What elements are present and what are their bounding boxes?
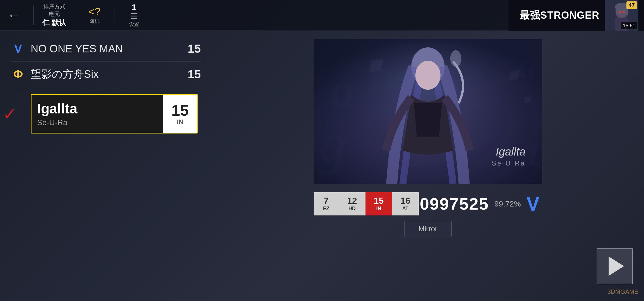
- song-type-icon: V: [11, 42, 25, 56]
- back-button[interactable]: ←: [0, 9, 28, 22]
- settings-icon: ☰: [130, 12, 137, 21]
- settings-label: 设置: [129, 21, 139, 28]
- diff-tab-in[interactable]: 15 IN: [365, 192, 392, 215]
- song-item[interactable]: Φ 望影の方舟Six 15: [0, 62, 212, 87]
- random-button[interactable]: <? 随机: [88, 6, 100, 25]
- selected-level-num: 15: [171, 103, 189, 118]
- sort-value: 仁 默认: [42, 18, 66, 28]
- score-number: 0997525: [420, 194, 489, 213]
- diff-name: IN: [376, 206, 381, 212]
- svg-rect-5: [616, 7, 618, 15]
- diff-tab-at[interactable]: 16 AT: [392, 192, 419, 215]
- phi-icon: Φ: [13, 68, 23, 81]
- diff-num: 7: [324, 196, 329, 205]
- score-section: 0997525 99.72% V: [419, 193, 542, 215]
- sort-sublabel: 电元: [49, 10, 60, 18]
- svg-point-8: [623, 11, 625, 13]
- random-icon: <?: [88, 6, 100, 18]
- selected-song-box[interactable]: Igallta Se-U-Ra 15 IN: [31, 94, 198, 133]
- score-percent: 99.72%: [494, 200, 521, 208]
- main-content: a g a t: [212, 31, 644, 301]
- song-list: V NO ONE YES MAN 15 Φ 望影の方舟Six 15 ✓ Igal…: [0, 31, 212, 301]
- selected-song-info: Igallta Se-U-Ra: [32, 95, 163, 133]
- back-arrow-icon: ←: [7, 9, 21, 22]
- settings-button[interactable]: 1 ☰ 设置: [129, 3, 139, 28]
- artwork-title-text: Igallta: [492, 145, 526, 158]
- rank-v-icon: V: [526, 193, 539, 215]
- diff-num: 16: [400, 196, 410, 205]
- sort-label: 排序方式: [43, 3, 66, 10]
- settings-num: 1: [132, 3, 136, 12]
- diff-tab-hd[interactable]: 12 HD: [339, 192, 365, 215]
- diff-num: 12: [347, 196, 357, 205]
- v-icon: V: [14, 42, 22, 55]
- diff-tab-ez[interactable]: 7 EZ: [314, 192, 339, 215]
- song-title: NO ONE YES MAN: [31, 43, 184, 55]
- song-level: 15: [184, 42, 201, 55]
- checkmark-icon: ✓: [3, 104, 17, 124]
- header-pipe: [115, 8, 115, 22]
- play-button[interactable]: [597, 248, 633, 284]
- svg-point-7: [619, 11, 621, 13]
- song-title: 望影の方舟Six: [31, 67, 184, 81]
- rating-badge: 15.81: [621, 22, 637, 29]
- song-type-icon: Φ: [11, 67, 25, 81]
- header-center: <? 随机 1 ☰ 设置: [88, 3, 139, 28]
- selected-song-title: Igallta: [37, 101, 158, 117]
- play-triangle-icon: [609, 256, 624, 276]
- svg-point-12: [415, 61, 440, 90]
- diff-name: HD: [348, 206, 356, 212]
- song-level: 15: [184, 68, 201, 81]
- header-divider: [33, 6, 34, 25]
- diff-num: 15: [374, 196, 384, 205]
- diff-name: AT: [402, 206, 409, 212]
- selected-song-artist: Se-U-Ra: [37, 118, 158, 127]
- sort-section[interactable]: 排序方式 电元 仁 默认: [42, 3, 66, 28]
- random-label: 随机: [89, 18, 100, 25]
- list-divider: [11, 87, 201, 87]
- header-right: 最强STRONGER 47 15.81: [509, 0, 644, 31]
- avatar: 47 15.81: [605, 0, 638, 31]
- artwork-artist-text: Se-U-Ra: [492, 159, 526, 167]
- svg-point-13: [450, 50, 461, 67]
- watermark: 3DMGAME: [607, 288, 638, 295]
- header: ← 排序方式 电元 仁 默认 <? 随机 1 ☰ 设置 最强STRONGER: [0, 0, 644, 31]
- artwork-song-name: Igallta Se-U-Ra: [492, 145, 526, 167]
- artwork-container[interactable]: a g a t: [314, 39, 542, 184]
- mirror-button[interactable]: Mirror: [404, 221, 452, 237]
- profile-title: 最强STRONGER: [520, 9, 599, 22]
- selected-song-wrapper[interactable]: ✓ Igallta Se-U-Ra 15 IN: [6, 91, 206, 136]
- diff-name: EZ: [323, 206, 329, 212]
- level-badge: 47: [626, 1, 637, 9]
- selected-song-level-box: 15 IN: [163, 95, 197, 133]
- difficulty-row: 7 EZ 12 HD 15 IN 16 AT 0997525 99.72% V: [314, 192, 542, 215]
- song-item[interactable]: V NO ONE YES MAN 15: [0, 36, 212, 61]
- selected-level-diff: IN: [176, 118, 184, 125]
